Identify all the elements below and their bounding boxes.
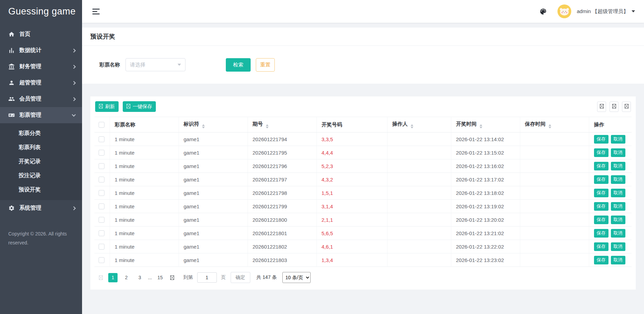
cell-code: game1	[179, 133, 248, 146]
search-button[interactable]: 检索	[226, 58, 251, 72]
row-checkbox[interactable]	[99, 150, 104, 156]
row-checkbox[interactable]	[99, 163, 104, 169]
table-card: 刷新 一键保存 彩票名称标识符期号开奖号码操作人开奖时间保存时间操作 1 min…	[90, 96, 636, 290]
save-button[interactable]: 保存	[594, 256, 608, 264]
avatar[interactable]	[557, 4, 571, 18]
cancel-button[interactable]: 取消	[611, 189, 625, 197]
sidebar-item-admins[interactable]: 超管管理	[0, 75, 82, 91]
cell-draw-numbers: 1,5,1	[316, 186, 387, 200]
table-tool-button-1[interactable]	[597, 102, 606, 112]
caret-down-icon[interactable]	[632, 10, 635, 12]
missing-glyph-icon	[625, 104, 628, 109]
submenu-item-draw-records[interactable]: 开奖记录	[0, 154, 82, 168]
cancel-button[interactable]: 取消	[611, 148, 625, 157]
column-header-issue[interactable]: 期号	[248, 117, 316, 133]
cell-save-time	[520, 227, 589, 240]
page-button-1[interactable]: 1	[108, 273, 118, 282]
reset-button[interactable]: 重置	[256, 58, 275, 72]
save-button[interactable]: 保存	[594, 216, 608, 224]
column-header-draw_time[interactable]: 开奖时间	[451, 117, 520, 133]
save-button[interactable]: 保存	[594, 202, 608, 211]
theme-palette-icon[interactable]	[539, 8, 547, 15]
sidebar-item-lottery[interactable]: 彩票管理	[0, 107, 82, 123]
row-select-cell	[94, 159, 110, 173]
cancel-button[interactable]: 取消	[611, 162, 625, 170]
next-page-button[interactable]	[169, 273, 176, 282]
table-tool-button-3[interactable]	[622, 102, 631, 112]
sidebar-item-system[interactable]: 系统管理	[0, 200, 82, 216]
sort-icon[interactable]	[202, 124, 205, 128]
sort-asc-icon	[266, 124, 269, 126]
cancel-button[interactable]: 取消	[611, 202, 625, 211]
lottery-name-select[interactable]: 请选择	[125, 58, 185, 71]
page-button-2[interactable]: 2	[122, 273, 131, 282]
row-checkbox[interactable]	[99, 230, 104, 236]
sidebar-item-finance[interactable]: 财务管理	[0, 59, 82, 75]
chevron-down-icon	[72, 113, 76, 116]
sort-icon[interactable]	[266, 124, 269, 128]
table-row: 1 minutegame12026012217974,3,22026-01-22…	[94, 173, 632, 186]
submenu-item-bet-records[interactable]: 投注记录	[0, 168, 82, 182]
submenu-item-preset-draw[interactable]: 预设开奖	[0, 182, 82, 197]
submenu-item-lottery-category[interactable]: 彩票分类	[0, 126, 82, 140]
save-button[interactable]: 保存	[594, 135, 608, 144]
page-button-15[interactable]: 15	[155, 273, 165, 282]
save-all-button-label: 一键保存	[133, 104, 152, 110]
row-checkbox[interactable]	[99, 217, 104, 223]
column-header-label: 操作人	[392, 121, 408, 127]
cell-code: game1	[179, 186, 248, 200]
save-button[interactable]: 保存	[594, 162, 608, 170]
save-button[interactable]: 保存	[594, 242, 608, 251]
sort-icon[interactable]	[411, 124, 413, 128]
cell-actions: 保存取消	[589, 200, 632, 213]
row-checkbox[interactable]	[99, 177, 104, 182]
save-all-button[interactable]: 一键保存	[123, 101, 156, 112]
page-size-select[interactable]: 10 条/页	[282, 272, 311, 283]
row-checkbox[interactable]	[99, 257, 104, 263]
cancel-button[interactable]: 取消	[611, 256, 625, 264]
sort-icon[interactable]	[549, 124, 551, 128]
sidebar-item-stats[interactable]: 数据统计	[0, 42, 82, 59]
cell-actions: 保存取消	[589, 240, 632, 253]
sidebar-item-home[interactable]: 首页	[0, 26, 82, 42]
column-header-actions: 操作	[589, 117, 632, 133]
cancel-button[interactable]: 取消	[611, 135, 625, 144]
cancel-button[interactable]: 取消	[611, 216, 625, 224]
cell-issue: 202601221801	[248, 227, 316, 240]
column-header-label: 开奖时间	[456, 121, 477, 127]
save-button[interactable]: 保存	[594, 175, 608, 184]
refresh-button[interactable]: 刷新	[95, 101, 119, 112]
cell-save-time	[520, 186, 589, 200]
person-icon	[8, 80, 15, 86]
cancel-button[interactable]: 取消	[611, 229, 625, 238]
select-all-checkbox[interactable]	[99, 122, 104, 128]
row-checkbox[interactable]	[99, 244, 104, 250]
sidebar-item-members[interactable]: 会员管理	[0, 91, 82, 107]
row-checkbox[interactable]	[99, 136, 104, 142]
page-button-3[interactable]: 3	[135, 273, 144, 282]
save-button[interactable]: 保存	[594, 229, 608, 238]
goto-page-input[interactable]	[197, 272, 217, 283]
cancel-button[interactable]: 取消	[611, 175, 625, 184]
row-select-cell	[94, 240, 110, 253]
save-button[interactable]: 保存	[594, 189, 608, 197]
user-menu[interactable]: admin 【超级管理员】	[577, 8, 628, 15]
cancel-button[interactable]: 取消	[611, 242, 625, 251]
cell-issue: 202601221800	[248, 213, 316, 227]
column-header-code[interactable]: 标识符	[179, 117, 248, 133]
column-header-save_time[interactable]: 保存时间	[520, 117, 589, 133]
cell-operator	[387, 173, 451, 186]
cell-operator	[387, 133, 451, 146]
save-button[interactable]: 保存	[594, 148, 608, 157]
row-checkbox[interactable]	[99, 190, 104, 196]
menu-toggle-icon[interactable]	[92, 9, 100, 14]
column-header-operator[interactable]: 操作人	[387, 117, 451, 133]
sort-icon[interactable]	[480, 124, 482, 128]
chart-icon	[8, 47, 15, 54]
row-checkbox[interactable]	[99, 203, 104, 209]
submenu-item-lottery-list[interactable]: 彩票列表	[0, 140, 82, 154]
confirm-button[interactable]: 确定	[231, 272, 250, 283]
select-placeholder: 请选择	[130, 62, 145, 68]
cell-code: game1	[179, 227, 248, 240]
table-tool-button-2[interactable]	[610, 102, 618, 112]
